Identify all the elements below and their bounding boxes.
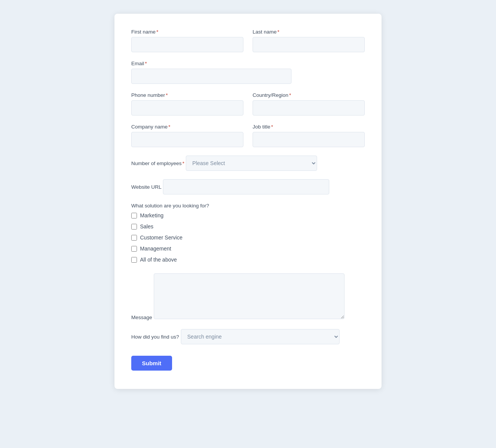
email-input[interactable] xyxy=(131,69,291,84)
phone-group: Phone number* xyxy=(131,92,243,116)
how-find-label: How did you find us? xyxy=(131,334,179,340)
how-find-row: How did you find us? Search engine Socia… xyxy=(131,329,365,344)
first-name-required: * xyxy=(156,29,158,35)
job-title-label: Job title* xyxy=(253,124,365,130)
company-group: Company name* xyxy=(131,124,243,147)
checkbox-marketing-label: Marketing xyxy=(140,212,163,218)
company-input[interactable] xyxy=(131,132,243,147)
message-row: Message xyxy=(131,273,365,321)
email-label: Email* xyxy=(131,61,365,66)
checkbox-customer-service-label: Customer Service xyxy=(140,234,182,241)
checkbox-all-above[interactable]: All of the above xyxy=(131,257,365,263)
checkbox-customer-service[interactable]: Customer Service xyxy=(131,234,365,241)
first-name-label: First name* xyxy=(131,29,243,35)
checkbox-all-above-input[interactable] xyxy=(131,257,137,263)
checkbox-all-above-label: All of the above xyxy=(140,257,177,263)
checkbox-management[interactable]: Management xyxy=(131,246,365,252)
job-title-input[interactable] xyxy=(253,132,365,147)
job-title-group: Job title* xyxy=(253,124,365,147)
company-label: Company name* xyxy=(131,124,243,130)
message-textarea[interactable] xyxy=(154,273,345,319)
company-required: * xyxy=(168,124,170,130)
message-label: Message xyxy=(131,315,152,320)
submit-button[interactable]: Submit xyxy=(131,356,172,371)
company-job-row: Company name* Job title* xyxy=(131,124,365,147)
last-name-group: Last name* xyxy=(253,29,365,52)
first-name-group: First name* xyxy=(131,29,243,52)
last-name-label: Last name* xyxy=(253,29,365,35)
how-find-select[interactable]: Search engine Social media Word of mouth… xyxy=(181,329,340,344)
checkbox-marketing[interactable]: Marketing xyxy=(131,212,365,218)
solution-checkboxes: Marketing Sales Customer Service Managem… xyxy=(131,212,365,265)
name-row: First name* Last name* xyxy=(131,29,365,52)
phone-country-row: Phone number* Country/Region* xyxy=(131,92,365,116)
employees-row: Number of employees* Please Select 1-10 … xyxy=(131,156,365,171)
last-name-input[interactable] xyxy=(253,37,365,52)
employees-select[interactable]: Please Select 1-10 11-50 51-200 201-500 … xyxy=(186,156,317,171)
job-title-required: * xyxy=(271,124,273,130)
checkbox-marketing-input[interactable] xyxy=(131,213,137,218)
website-input[interactable] xyxy=(163,179,329,194)
employees-label: Number of employees* xyxy=(131,161,186,166)
country-label: Country/Region* xyxy=(253,92,365,98)
last-name-required: * xyxy=(277,29,279,35)
country-group: Country/Region* xyxy=(253,92,365,116)
phone-required: * xyxy=(166,92,168,98)
checkbox-sales-label: Sales xyxy=(140,223,153,230)
email-row: Email* xyxy=(131,61,365,84)
phone-label: Phone number* xyxy=(131,92,243,98)
form-card: First name* Last name* Email* Phone numb… xyxy=(114,14,382,389)
checkbox-customer-service-input[interactable] xyxy=(131,235,137,241)
phone-input[interactable] xyxy=(131,100,243,116)
country-input[interactable] xyxy=(253,100,365,116)
email-required: * xyxy=(145,61,147,66)
checkbox-management-label: Management xyxy=(140,246,171,252)
email-group: Email* xyxy=(131,61,365,84)
website-label: Website URL xyxy=(131,184,163,190)
checkbox-sales[interactable]: Sales xyxy=(131,223,365,230)
website-row: Website URL xyxy=(131,179,365,194)
employees-required: * xyxy=(182,161,184,166)
first-name-input[interactable] xyxy=(131,37,243,52)
checkbox-management-input[interactable] xyxy=(131,246,137,252)
solution-label: What solution are you looking for? xyxy=(131,203,365,209)
country-required: * xyxy=(289,92,291,98)
solution-section: What solution are you looking for? Marke… xyxy=(131,203,365,265)
checkbox-sales-input[interactable] xyxy=(131,224,137,230)
